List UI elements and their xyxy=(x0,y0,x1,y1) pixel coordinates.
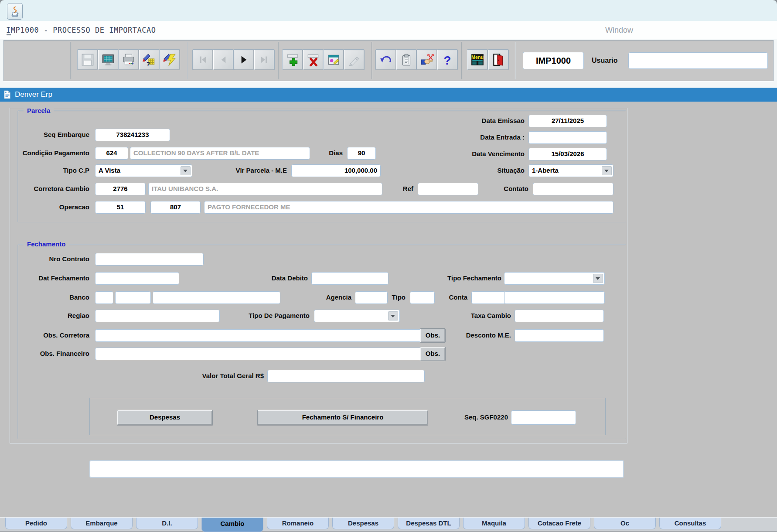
taxa-cambio-field[interactable] xyxy=(515,310,604,322)
form-code-field: IMP1000 xyxy=(523,52,584,69)
vlr-parcela-field[interactable]: 100,000.00 xyxy=(291,164,381,177)
tab-cambio[interactable]: Cambio xyxy=(201,518,263,532)
tab-embarque[interactable]: Embarque xyxy=(71,518,133,529)
tab-despesas-dtl[interactable]: Despesas DTL xyxy=(398,518,460,529)
chevron-down-icon[interactable] xyxy=(602,166,612,175)
hand-scissors-icon xyxy=(420,53,434,67)
operacao-code1-field[interactable]: 51 xyxy=(95,201,146,214)
fechamento-financeiro-button[interactable]: Fechamento S/ Financeiro xyxy=(257,410,428,425)
tipo-pagamento-dropdown[interactable] xyxy=(314,310,400,322)
obs-financeiro-button[interactable]: Obs. xyxy=(420,347,446,361)
toolbar-separator xyxy=(70,42,71,79)
tab-cotacao-frete[interactable]: Cotacao Frete xyxy=(528,518,590,529)
inner-window-title: Denver Erp xyxy=(15,90,52,99)
commit-key-button[interactable] xyxy=(416,49,437,70)
menu-button[interactable]: Menu xyxy=(467,49,488,70)
obs-corretora-button[interactable]: Obs. xyxy=(420,328,446,343)
svg-text:?: ? xyxy=(444,54,451,67)
operacao-code2-field[interactable]: 807 xyxy=(150,201,201,214)
tipo-pagamento-label: Tipo De Pagamento xyxy=(238,310,310,321)
insert-record-button[interactable] xyxy=(282,49,303,70)
ref-field[interactable] xyxy=(418,183,478,195)
chevron-down-icon[interactable] xyxy=(181,166,191,175)
seq-embarque-field[interactable]: 738241233 xyxy=(95,129,170,141)
data-entrada-field[interactable] xyxy=(528,131,607,144)
chevron-down-icon[interactable] xyxy=(593,274,603,283)
nav-last-button[interactable] xyxy=(254,49,275,70)
data-vencimento-field[interactable]: 15/03/2026 xyxy=(528,148,607,160)
contato-field[interactable] xyxy=(533,183,613,195)
nav-first-button[interactable] xyxy=(192,49,213,70)
ref-label: Ref xyxy=(384,183,413,194)
contato-label: Contato xyxy=(488,183,528,194)
undo-icon xyxy=(379,53,393,67)
clipboard-button[interactable] xyxy=(396,49,417,70)
undo-button[interactable] xyxy=(375,49,396,70)
seq-sgf-label: Seq. SGF0220 xyxy=(447,411,508,423)
window-titlebar xyxy=(0,0,777,21)
nav-next-button[interactable] xyxy=(233,49,254,70)
enter-query-icon: ? xyxy=(142,53,156,67)
enter-query-button[interactable]: ? xyxy=(139,49,160,70)
execute-query-button[interactable] xyxy=(159,49,180,70)
tab-d-i-[interactable]: D.I. xyxy=(136,518,198,529)
seq-sgf-field[interactable] xyxy=(511,410,576,425)
corretora-cambio-desc-field: ITAU UNIBANCO S.A. xyxy=(148,183,382,195)
vlr-parcela-label: Vlr Parcela - M.E xyxy=(209,164,287,176)
inner-window-titlebar: Denver Erp xyxy=(0,88,777,102)
help-button[interactable]: ? xyxy=(437,49,458,70)
query-window-icon xyxy=(327,53,341,67)
svg-text:Menu: Menu xyxy=(471,55,484,60)
tipo-cp-dropdown[interactable]: A Vista xyxy=(95,164,192,177)
data-emissao-field[interactable]: 27/11/2025 xyxy=(528,115,607,127)
banco-code2-field[interactable] xyxy=(115,291,151,304)
chevron-down-icon[interactable] xyxy=(388,311,398,321)
nav-prev-button[interactable] xyxy=(213,49,234,70)
menu-form-title[interactable]: IMP1000 - PROCESSO DE IMPORTACAO xyxy=(6,21,156,39)
dat-fechamento-field[interactable] xyxy=(95,272,179,285)
conta-number-field[interactable] xyxy=(504,291,605,304)
obs-financeiro-field[interactable] xyxy=(95,348,422,360)
delete-record-button[interactable] xyxy=(303,49,324,70)
tab-pedido[interactable]: Pedido xyxy=(5,518,67,529)
desconto-me-field[interactable] xyxy=(515,329,604,342)
despesas-button[interactable]: Despesas xyxy=(117,410,213,425)
usuario-input[interactable] xyxy=(628,52,768,69)
edit-button[interactable] xyxy=(344,49,365,70)
tab-romaneio[interactable]: Romaneio xyxy=(267,518,329,529)
tipo-field[interactable] xyxy=(410,291,435,304)
tab-bar: PedidoEmbarqueD.I.CambioRomaneioDespesas… xyxy=(0,517,777,532)
display-button[interactable] xyxy=(98,49,119,70)
tab-maquila[interactable]: Maquila xyxy=(463,518,525,529)
exit-button[interactable] xyxy=(488,49,509,70)
tab-despesas[interactable]: Despesas xyxy=(332,518,394,529)
corretora-cambio-code-field[interactable]: 2776 xyxy=(95,183,146,195)
nro-contrato-field[interactable] xyxy=(95,253,204,266)
condicao-pagamento-code-field[interactable]: 624 xyxy=(95,147,128,160)
regiao-field[interactable] xyxy=(95,310,220,322)
print-button[interactable] xyxy=(118,49,139,70)
conta-label: Conta xyxy=(436,291,467,303)
menu-window[interactable]: Window xyxy=(605,21,633,39)
execute-query-icon xyxy=(163,53,177,67)
situacao-dropdown[interactable]: 1-Aberta xyxy=(528,164,613,177)
taxa-cambio-label: Taxa Cambio xyxy=(458,310,511,321)
conta-code-field[interactable] xyxy=(471,291,506,304)
mnemonic-underline xyxy=(7,34,11,35)
valor-total-field[interactable] xyxy=(267,370,425,382)
tab-oc[interactable]: Oc xyxy=(594,518,656,529)
dias-field[interactable]: 90 xyxy=(347,147,376,160)
insert-record-icon xyxy=(286,53,300,67)
save-button[interactable] xyxy=(77,49,98,70)
tipo-fechamento-dropdown[interactable] xyxy=(504,272,605,285)
desconto-me-label: Desconto M.E. xyxy=(453,329,511,341)
obs-financeiro-label: Obs. Financeiro xyxy=(9,348,89,359)
query-window-button[interactable] xyxy=(323,49,344,70)
display-icon xyxy=(101,53,115,67)
java-icon[interactable] xyxy=(7,3,23,20)
banco-code1-field[interactable] xyxy=(95,291,113,304)
data-debito-field[interactable] xyxy=(311,272,388,285)
banco-name-field[interactable] xyxy=(153,291,280,304)
obs-corretora-field[interactable] xyxy=(95,329,422,342)
tab-consultas[interactable]: Consultas xyxy=(659,518,721,529)
